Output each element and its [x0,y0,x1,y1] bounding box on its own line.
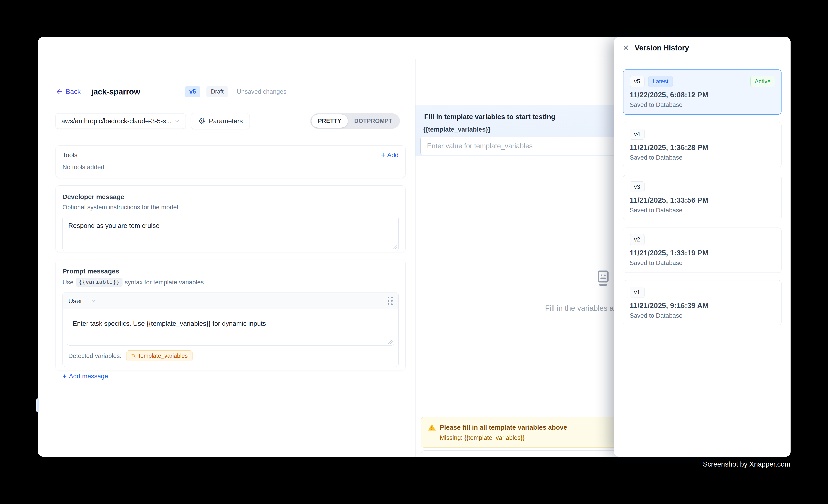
title-row: Back jack-sparrow v5 Draft Unsaved chang… [55,86,406,98]
version-status: Saved to Database [630,259,775,266]
developer-message-subtitle: Optional system instructions for the mod… [63,204,399,211]
version-timestamp: 11/22/2025, 6:08:12 PM [630,91,775,99]
plus-icon: + [381,152,385,159]
template-variable-chip[interactable]: ✎ template_variables [126,350,192,361]
add-tool-button[interactable]: + Add [381,151,399,159]
add-message-button[interactable]: + Add message [63,372,108,386]
format-toggle-pretty[interactable]: PRETTY [312,115,348,128]
chat-input[interactable] [421,450,639,457]
version-history-title: Version History [635,44,689,52]
warning-title: Please fill in all template variables ab… [440,424,567,431]
draft-badge: Draft [206,86,228,97]
warning-missing-text: Missing: {{template_variables}} [440,434,632,441]
prompt-messages-card: Prompt messages Use {{variable}} syntax … [55,260,406,370]
version-entry-card[interactable]: v4 11/21/2025, 1:36:28 PM Saved to Datab… [623,122,782,167]
gear-icon: ⚙ [198,117,205,125]
add-message-label: Add message [69,372,108,380]
arrow-left-icon [55,88,63,95]
close-icon[interactable]: ✕ [623,44,629,51]
version-badge: v5 [185,86,200,97]
version-number-badge: v1 [630,287,645,298]
version-number-badge: v2 [630,234,645,245]
version-number-badge: v5 [630,76,645,87]
subtitle-prefix: Use [63,279,74,286]
bot-face-icon [594,269,612,287]
prompt-messages-subtitle: Use {{variable}} syntax for template var… [63,278,399,287]
model-toolbar: aws/anthropic/bedrock-claude-3-5-s... ⚙ … [55,113,406,129]
back-label: Back [66,88,81,96]
format-toggle-dotprompt[interactable]: DOTPROMPT [348,115,399,128]
model-select-value: aws/anthropic/bedrock-claude-3-5-s... [61,117,174,125]
model-select[interactable]: aws/anthropic/bedrock-claude-3-5-s... [55,113,186,129]
message-role-value: User [68,297,82,305]
version-status: Saved to Database [630,154,775,161]
parameters-button[interactable]: ⚙ Parameters [191,113,250,129]
edge-notification-sliver [36,398,39,412]
tools-title: Tools [63,151,77,159]
version-timestamp: 11/21/2025, 9:16:39 AM [630,301,775,310]
developer-message-textarea[interactable]: Respond as you are tom cruise [63,216,399,251]
prompt-messages-title: Prompt messages [63,267,399,275]
unsaved-changes-label: Unsaved changes [237,88,286,95]
drag-handle-icon[interactable] [388,297,393,305]
variable-syntax-chip: {{variable}} [76,278,123,287]
version-entry-card[interactable]: v3 11/21/2025, 1:33:56 PM Saved to Datab… [623,175,782,220]
template-variables-warning: Please fill in all template variables ab… [421,417,639,448]
message-role-select[interactable]: User [68,297,96,305]
latest-badge: Latest [648,76,673,87]
developer-message-title: Developer message [63,193,399,201]
version-entry-card[interactable]: v2 11/21/2025, 1:33:19 PM Saved to Datab… [623,227,782,273]
detected-variables-row: Detected variables: ✎ template_variables [67,345,394,367]
message-block: User Enter task specifics. Use {{templat… [63,292,399,367]
version-timestamp: 11/21/2025, 1:33:56 PM [630,196,775,204]
active-badge: Active [750,76,775,87]
version-status: Saved to Database [630,312,775,319]
version-number-badge: v4 [630,129,645,140]
prompt-editor-pane: Back jack-sparrow v5 Draft Unsaved chang… [38,59,415,457]
version-history-header: ✕ Version History [614,37,791,59]
version-entry-card[interactable]: v5 Latest Active 11/22/2025, 6:08:12 PM … [623,70,782,115]
version-number-badge: v3 [630,181,645,192]
version-timestamp: 11/21/2025, 1:33:19 PM [630,249,775,257]
page-title: jack-sparrow [91,87,140,96]
version-entry-card[interactable]: v1 11/21/2025, 9:16:39 AM Saved to Datab… [623,280,782,325]
format-toggle: PRETTY DOTPROMPT [310,113,400,129]
add-tool-label: Add [387,151,399,159]
watermark: Screenshot by Xnapper.com [703,460,790,468]
message-header: User [63,292,399,309]
pencil-icon: ✎ [131,353,136,359]
subtitle-suffix: syntax for template variables [125,279,204,286]
tools-empty-text: No tools added [63,164,399,171]
version-history-list: v5 Latest Active 11/22/2025, 6:08:12 PM … [614,59,791,336]
chevron-down-icon [90,298,96,304]
version-status: Saved to Database [630,101,775,109]
tools-card: Tools + Add No tools added [55,145,406,178]
back-button[interactable]: Back [55,88,81,96]
warning-icon [428,423,436,431]
plus-icon: + [63,373,67,380]
detected-variables-label: Detected variables: [68,352,121,360]
version-timestamp: 11/21/2025, 1:36:28 PM [630,143,775,152]
template-variable-chip-label: template_variables [139,352,188,359]
parameters-label: Parameters [209,117,243,125]
version-history-panel: ✕ Version History v5 Latest Active 11/22… [614,37,791,457]
chevron-down-icon [174,118,180,124]
message-textarea[interactable]: Enter task specifics. Use {{template_var… [67,314,394,345]
template-variable-input[interactable] [420,137,631,155]
version-status: Saved to Database [630,207,775,214]
developer-message-card: Developer message Optional system instru… [55,185,406,252]
